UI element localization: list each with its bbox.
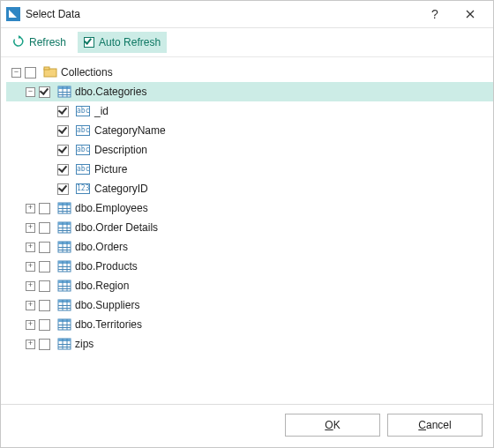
tree-field[interactable]: abc _id <box>6 101 493 121</box>
checkbox[interactable] <box>39 242 50 253</box>
svg-rect-56 <box>58 339 71 341</box>
table-icon <box>57 220 71 235</box>
checkbox[interactable] <box>39 300 50 311</box>
node-label: dbo.Territories <box>75 318 142 331</box>
svg-rect-38 <box>58 280 71 283</box>
expander-icon[interactable]: + <box>26 243 35 252</box>
tree-node-suppliers[interactable]: + dbo.Suppliers <box>6 295 493 315</box>
expander-icon[interactable]: + <box>26 301 35 310</box>
titlebar: Select Data ? <box>1 1 493 28</box>
expander-icon[interactable]: + <box>26 320 35 330</box>
type-text-icon: abc <box>76 125 90 136</box>
expander-icon[interactable]: + <box>26 223 35 233</box>
tree-node-territories[interactable]: + dbo.Territories <box>6 315 493 334</box>
checkbox[interactable] <box>57 183 69 195</box>
auto-refresh-toggle[interactable]: Auto Refresh <box>78 32 167 53</box>
toolbar: Refresh Auto Refresh <box>1 28 493 57</box>
node-label: dbo.Orders <box>75 241 128 253</box>
expander-icon[interactable]: + <box>26 281 35 291</box>
tree-node-region[interactable]: + dbo.Region <box>6 276 493 295</box>
svg-rect-6 <box>44 67 49 70</box>
ok-accelerator: O <box>325 419 333 431</box>
field-label: Picture <box>94 163 127 175</box>
checkbox[interactable] <box>39 222 50 234</box>
ok-button[interactable]: OK <box>285 414 380 437</box>
svg-rect-32 <box>58 261 71 264</box>
node-label: dbo.Order Details <box>75 221 158 234</box>
checkbox[interactable] <box>25 67 36 78</box>
tree-field[interactable]: abc Picture <box>6 160 493 179</box>
node-label: zips <box>75 338 94 350</box>
auto-refresh-label: Auto Refresh <box>99 36 161 49</box>
tree-node-employees[interactable]: + dbo.Employees <box>6 198 493 218</box>
app-icon <box>6 7 20 21</box>
checkbox[interactable] <box>39 261 50 273</box>
expander-icon[interactable]: + <box>26 262 35 272</box>
svg-rect-50 <box>58 319 71 322</box>
tree-field[interactable]: 123 CategoryID <box>6 179 493 198</box>
field-label: CategoryID <box>94 183 148 195</box>
checkbox[interactable] <box>57 145 69 156</box>
type-text-icon: abc <box>76 106 90 116</box>
type-text-icon: abc <box>76 164 90 175</box>
checkbox[interactable] <box>39 280 50 292</box>
tree-node-zips[interactable]: + zips <box>6 334 493 354</box>
table-icon <box>57 201 71 215</box>
checkbox[interactable] <box>57 125 69 137</box>
close-button[interactable] <box>453 1 488 27</box>
help-button[interactable]: ? <box>417 1 453 27</box>
table-icon <box>57 259 71 273</box>
cancel-rest: ancel <box>426 419 452 431</box>
checkbox[interactable] <box>39 319 50 331</box>
checkbox[interactable] <box>39 339 50 350</box>
select-data-dialog: Select Data ? Refresh Auto Refresh <box>0 0 494 448</box>
node-label: dbo.Region <box>75 280 129 292</box>
cancel-button[interactable]: Cancel <box>387 414 483 437</box>
table-icon <box>57 279 71 293</box>
refresh-icon <box>12 35 25 50</box>
ok-rest: K <box>333 419 341 431</box>
checkbox[interactable] <box>57 106 69 117</box>
node-label: Collections <box>61 66 113 78</box>
svg-rect-44 <box>58 300 71 302</box>
tree-node-products[interactable]: + dbo.Products <box>6 257 493 276</box>
svg-rect-8 <box>58 86 71 89</box>
table-icon <box>57 85 71 99</box>
field-label: _id <box>94 105 109 117</box>
svg-rect-26 <box>58 242 71 244</box>
window-title: Select Data <box>26 8 417 20</box>
checkbox[interactable] <box>39 203 50 214</box>
type-text-icon: abc <box>76 145 90 155</box>
expander-icon[interactable]: − <box>11 68 21 78</box>
table-icon <box>57 317 71 332</box>
node-label: dbo.Categories <box>75 86 146 98</box>
tree-node-collections[interactable]: − Collections <box>6 63 493 82</box>
refresh-button[interactable]: Refresh <box>6 32 72 53</box>
tree-view[interactable]: − Collections − <box>1 57 493 404</box>
cancel-accelerator: C <box>418 419 426 431</box>
tree-node-categories[interactable]: − dbo.Categories <box>6 82 493 101</box>
tree-node-orders[interactable]: + dbo.Orders <box>6 237 493 257</box>
expander-icon[interactable]: + <box>26 340 35 349</box>
checkbox[interactable] <box>57 164 69 175</box>
type-number-icon: 123 <box>76 183 90 194</box>
checkbox-icon <box>84 37 94 48</box>
table-icon <box>57 337 71 351</box>
field-label: CategoryName <box>94 124 166 137</box>
node-label: dbo.Employees <box>75 202 148 214</box>
table-icon <box>57 240 71 254</box>
field-label: Description <box>94 144 147 156</box>
expander-icon[interactable]: + <box>26 204 35 213</box>
svg-rect-14 <box>58 203 71 205</box>
folder-icon <box>43 65 57 79</box>
tree-field[interactable]: abc Description <box>6 140 493 160</box>
tree-node-order-details[interactable]: + dbo.Order Details <box>6 218 493 237</box>
node-label: dbo.Products <box>75 260 138 273</box>
expander-icon[interactable]: − <box>26 87 35 97</box>
dialog-footer: OK Cancel <box>1 404 493 447</box>
node-label: dbo.Suppliers <box>75 299 139 311</box>
svg-rect-20 <box>58 222 71 225</box>
checkbox[interactable] <box>39 86 50 98</box>
refresh-label: Refresh <box>29 36 66 49</box>
tree-field[interactable]: abc CategoryName <box>6 121 493 140</box>
